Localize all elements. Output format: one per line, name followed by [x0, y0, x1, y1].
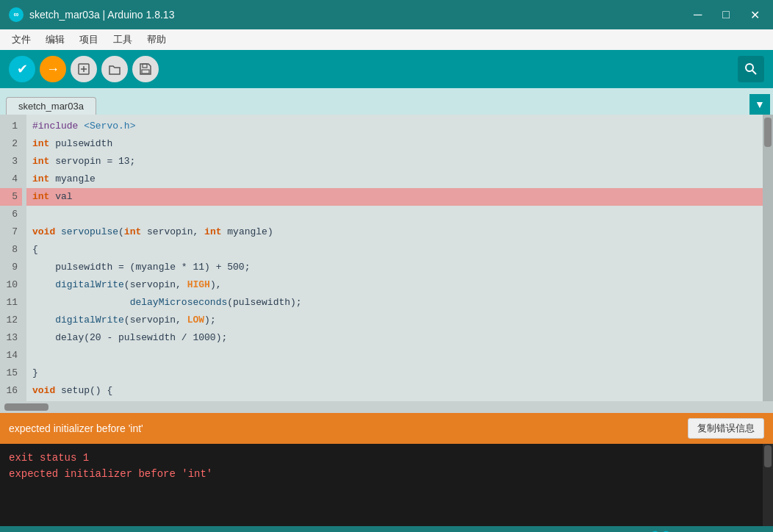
code-editor[interactable]: #include <Servo.h> int pulsewidth int se… [26, 115, 763, 401]
ln-10: 10 [0, 276, 22, 294]
ln-12: 12 [0, 312, 22, 329]
hscrollbar-thumb [4, 403, 48, 411]
window-controls: ─ □ ✕ [689, 7, 764, 24]
error-message: expected initializer before 'int' [9, 423, 143, 434]
app-icon: ∞ [9, 7, 24, 22]
save-icon [139, 62, 152, 76]
svg-line-6 [752, 71, 756, 74]
ln-8: 8 [0, 241, 22, 259]
editor-area: 1 2 3 4 5 6 7 8 9 10 11 12 13 14 15 16 #… [0, 115, 773, 401]
close-button[interactable]: ✕ [746, 7, 764, 24]
save-button[interactable] [132, 56, 159, 82]
code-line-16: void setup() { [26, 382, 763, 400]
console-scrollbar-v[interactable] [763, 444, 773, 526]
code-line-3: int servopin = 13; [26, 153, 763, 170]
editor-scrollbar-v[interactable] [763, 115, 773, 401]
ln-2: 2 [0, 135, 22, 153]
console-line-2: expected initializer before 'int' [9, 466, 764, 482]
code-line-9: pulsewidth = (myangle * 11) + 500; [26, 259, 763, 276]
title-bar: ∞ sketch_mar03a | Arduino 1.8.13 ─ □ ✕ [0, 0, 773, 29]
console-scrollbar-thumb [764, 445, 772, 467]
menu-bar: 文件 编辑 项目 工具 帮助 [0, 29, 773, 50]
toolbar-left: ✔ → [9, 56, 159, 82]
copy-error-button[interactable]: 复制错误信息 [688, 418, 764, 439]
svg-point-5 [746, 64, 753, 71]
ln-11: 11 [0, 294, 22, 312]
ln-9: 9 [0, 259, 22, 276]
ln-14: 14 [0, 347, 22, 364]
minimize-button[interactable]: ─ [689, 7, 706, 24]
ln-13: 13 [0, 329, 22, 347]
menu-tools[interactable]: 工具 [107, 32, 138, 48]
code-line-12: digitalWrite(servopin, LOW); [26, 312, 763, 329]
ln-3: 3 [0, 153, 22, 170]
code-line-7: void servopulse(int servopin, int myangl… [26, 223, 763, 241]
tab-area: sketch_mar03a ▼ [0, 88, 773, 115]
search-icon [744, 62, 758, 76]
ln-7: 7 [0, 223, 22, 241]
menu-help[interactable]: 帮助 [141, 32, 172, 48]
line-numbers: 1 2 3 4 5 6 7 8 9 10 11 12 13 14 15 16 [0, 115, 26, 401]
ln-1: 1 [0, 118, 22, 135]
ln-5: 5 [0, 188, 22, 206]
tab-row: sketch_mar03a [6, 97, 749, 115]
arduino-brand: Arduino [616, 528, 671, 532]
code-line-14 [26, 347, 763, 364]
svg-rect-4 [142, 70, 149, 73]
ln-16: 16 [0, 382, 22, 400]
code-line-1: #include <Servo.h> [26, 118, 763, 135]
code-line-4: int myangle [26, 170, 763, 188]
status-right: Arduino Arduino Uno ● COM4 [616, 528, 764, 532]
menu-file[interactable]: 文件 [6, 32, 37, 48]
code-line-6 [26, 206, 763, 223]
code-line-13: delay(20 - pulsewidth / 1000); [26, 329, 763, 347]
ln-4: 4 [0, 170, 22, 188]
arduino-infinity-icon [650, 528, 671, 532]
new-button[interactable] [71, 56, 97, 82]
search-button[interactable] [738, 56, 764, 82]
maximize-button[interactable]: □ [718, 7, 734, 24]
menu-edit[interactable]: 编辑 [40, 32, 71, 48]
verify-button[interactable]: ✔ [9, 56, 35, 82]
window-title: sketch_mar03a | Arduino 1.8.13 [29, 9, 174, 21]
open-icon [108, 62, 121, 76]
console-container: exit status 1 expected initializer befor… [0, 444, 773, 526]
error-bar: expected initializer before 'int' 复制错误信息 [0, 413, 773, 444]
tab-dropdown-button[interactable]: ▼ [749, 94, 770, 115]
console-area: exit status 1 expected initializer befor… [0, 444, 773, 525]
editor-hscrollbar[interactable] [0, 401, 773, 413]
scrollbar-thumb [764, 118, 772, 147]
toolbar: ✔ → [0, 50, 773, 88]
open-button[interactable] [101, 56, 128, 82]
console-line-1: exit status 1 [9, 450, 764, 466]
code-line-11: delayMicroseconds(pulsewidth); [26, 294, 763, 312]
menu-project[interactable]: 项目 [73, 32, 104, 48]
ln-15: 15 [0, 364, 22, 382]
code-line-2: int pulsewidth [26, 135, 763, 153]
ln-6: 6 [0, 206, 22, 223]
code-line-8: { [26, 241, 763, 259]
new-icon [77, 62, 90, 76]
tab-sketch[interactable]: sketch_mar03a [6, 97, 96, 115]
code-line-10: digitalWrite(servopin, HIGH), [26, 276, 763, 294]
title-bar-left: ∞ sketch_mar03a | Arduino 1.8.13 [9, 7, 174, 22]
upload-button[interactable]: → [40, 56, 66, 82]
code-line-5: int val [26, 188, 763, 206]
status-bar: 5 Arduino Arduino Uno ● COM4 [0, 526, 773, 532]
code-line-15: } [26, 364, 763, 382]
